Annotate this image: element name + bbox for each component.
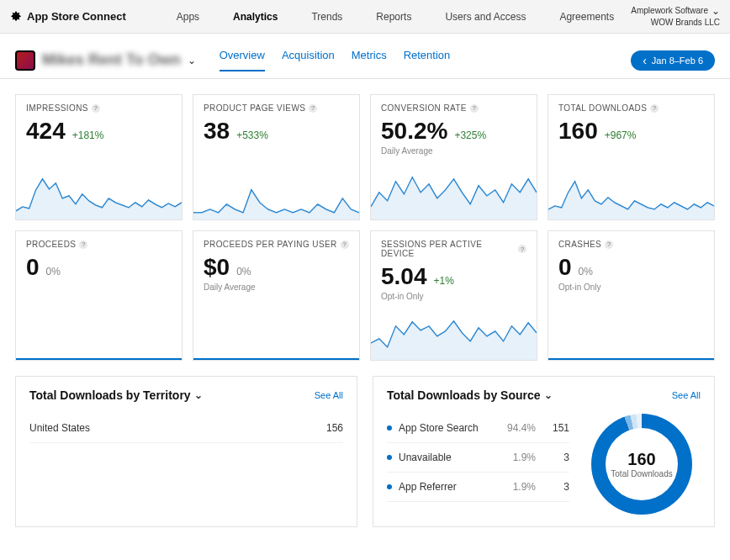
row-pct: 94.4% — [485, 422, 536, 434]
nav-users-access[interactable]: Users and Access — [445, 11, 526, 23]
metric-value: 38 — [204, 118, 230, 145]
lower-panels: Total Downloads by Territory⌄ See All Un… — [0, 376, 730, 542]
tab-acquisition[interactable]: Acquisition — [282, 49, 335, 71]
tab-retention[interactable]: Retention — [404, 49, 451, 71]
chevron-down-icon: ⌄ — [711, 5, 720, 17]
card-title: IMPRESSIONS — [26, 103, 88, 113]
card-title: SESSIONS PER ACTIVE DEVICE — [381, 240, 515, 258]
brand-label: App Store Connect — [27, 10, 126, 23]
account-name: Amplework Software — [631, 6, 708, 16]
donut-value: 160 — [627, 450, 655, 469]
help-icon[interactable]: ? — [605, 240, 613, 249]
metric-delta: +325% — [454, 129, 486, 141]
help-icon[interactable]: ? — [470, 104, 479, 113]
app-selector[interactable]: Mikes Rent To Own ⌄ — [15, 50, 196, 71]
card-title: PRODUCT PAGE VIEWS — [204, 103, 305, 113]
metric-value: 160 — [558, 118, 598, 145]
app-name: Mikes Rent To Own — [42, 51, 181, 69]
sparkline-flat — [16, 358, 182, 360]
see-all-link[interactable]: See All — [315, 390, 343, 400]
nav-analytics[interactable]: Analytics — [233, 11, 278, 23]
help-icon[interactable]: ? — [309, 104, 317, 113]
metric-delta: +533% — [236, 129, 268, 141]
donut-label: Total Downloads — [611, 469, 672, 478]
row-label: App Store Search — [399, 422, 479, 434]
help-icon[interactable]: ? — [518, 245, 526, 253]
card-crashes[interactable]: CRASHES? 00% Opt-in Only — [548, 230, 715, 361]
panel-source: Total Downloads by Source⌄ See All App S… — [373, 376, 715, 527]
legend-dot-icon — [387, 484, 392, 489]
metric-subtitle: Opt-in Only — [381, 292, 526, 301]
table-row[interactable]: United States 156 — [29, 414, 343, 443]
metric-subtitle: Daily Average — [381, 146, 526, 156]
card-title: PROCEEDS PER PAYING USER — [204, 240, 337, 249]
top-bar: App Store Connect Apps Analytics Trends … — [0, 0, 730, 34]
metric-value: 50.2% — [381, 118, 447, 145]
date-range-label: Jan 8–Feb 6 — [652, 55, 703, 66]
nav-reports[interactable]: Reports — [376, 11, 411, 23]
account-switcher[interactable]: Amplework Software⌄ WOW Brands LLC — [631, 5, 720, 27]
card-conversion-rate[interactable]: CONVERSION RATE? 50.2%+325% Daily Averag… — [370, 94, 537, 220]
date-range-picker[interactable]: Jan 8–Feb 6 — [631, 50, 715, 71]
account-org: WOW Brands LLC — [651, 18, 720, 28]
metric-subtitle: Daily Average — [204, 283, 349, 292]
metric-subtitle: Opt-in Only — [558, 283, 704, 292]
tab-metrics[interactable]: Metrics — [352, 49, 387, 71]
card-sessions-per-active-device[interactable]: SESSIONS PER ACTIVE DEVICE? 5.04+1% Opt-… — [370, 230, 537, 361]
row-value: 151 — [536, 422, 569, 434]
metric-value: 0 — [558, 254, 572, 281]
card-title: TOTAL DOWNLOADS — [558, 103, 647, 113]
table-row[interactable]: Unavailable 1.9% 3 — [387, 443, 569, 473]
row-label: App Referrer — [399, 481, 457, 493]
donut-ring: 160 Total Downloads — [591, 414, 692, 515]
card-proceeds-per-paying-user[interactable]: PROCEEDS PER PAYING USER? $00% Daily Ave… — [193, 230, 360, 361]
help-icon[interactable]: ? — [92, 104, 100, 113]
panel-title-territory[interactable]: Total Downloads by Territory⌄ — [29, 388, 203, 402]
card-impressions[interactable]: IMPRESSIONS? 424+181% — [15, 94, 182, 220]
metric-delta: +1% — [434, 275, 454, 287]
donut-chart: 160 Total Downloads — [583, 414, 701, 515]
row-pct: 1.9% — [485, 481, 536, 493]
table-row[interactable]: App Referrer 1.9% 3 — [387, 473, 569, 502]
sparkline-flat — [548, 358, 714, 360]
help-icon[interactable]: ? — [79, 240, 87, 249]
nav-apps[interactable]: Apps — [177, 11, 199, 23]
see-all-link[interactable]: See All — [672, 390, 701, 400]
help-icon[interactable]: ? — [341, 240, 349, 249]
metric-delta: 0% — [579, 266, 593, 277]
card-product-page-views[interactable]: PRODUCT PAGE VIEWS? 38+533% — [193, 94, 360, 220]
top-nav: Apps Analytics Trends Reports Users and … — [177, 11, 632, 23]
panel-territory: Total Downloads by Territory⌄ See All Un… — [15, 376, 357, 527]
sparkline — [371, 301, 537, 360]
row-value: 3 — [536, 452, 569, 463]
section-tabs: Overview Acquisition Metrics Retention — [220, 49, 451, 71]
apple-logo-icon — [10, 11, 22, 23]
nav-agreements[interactable]: Agreements — [559, 11, 614, 23]
card-proceeds[interactable]: PROCEEDS? 00% — [15, 230, 182, 361]
metrics-grid: IMPRESSIONS? 424+181% PRODUCT PAGE VIEWS… — [0, 79, 730, 376]
row-label: United States — [29, 422, 309, 434]
chevron-down-icon: ⌄ — [544, 389, 553, 401]
app-icon — [15, 50, 35, 71]
metric-delta: +181% — [72, 129, 104, 141]
metric-delta: 0% — [236, 266, 251, 277]
sparkline — [371, 156, 537, 219]
card-title: CRASHES — [558, 240, 601, 249]
sparkline-flat — [193, 358, 359, 360]
row-value: 156 — [309, 422, 343, 434]
row-pct: 1.9% — [485, 452, 536, 463]
help-icon[interactable]: ? — [650, 104, 659, 113]
source-list: App Store Search 94.4% 151 Unavailable 1… — [387, 414, 569, 515]
brand: App Store Connect — [10, 10, 126, 23]
card-title: PROCEEDS — [26, 240, 76, 249]
nav-trends[interactable]: Trends — [311, 11, 342, 23]
metric-value: 5.04 — [381, 263, 427, 290]
card-total-downloads[interactable]: TOTAL DOWNLOADS? 160+967% — [548, 94, 715, 220]
table-row[interactable]: App Store Search 94.4% 151 — [387, 414, 569, 443]
tab-overview[interactable]: Overview — [220, 49, 265, 71]
subheader: Mikes Rent To Own ⌄ Overview Acquisition… — [0, 34, 730, 79]
card-title: CONVERSION RATE — [381, 103, 467, 113]
chevron-down-icon: ⌄ — [194, 389, 203, 401]
panel-title-source[interactable]: Total Downloads by Source⌄ — [387, 388, 553, 402]
metric-value: 0 — [26, 254, 40, 281]
